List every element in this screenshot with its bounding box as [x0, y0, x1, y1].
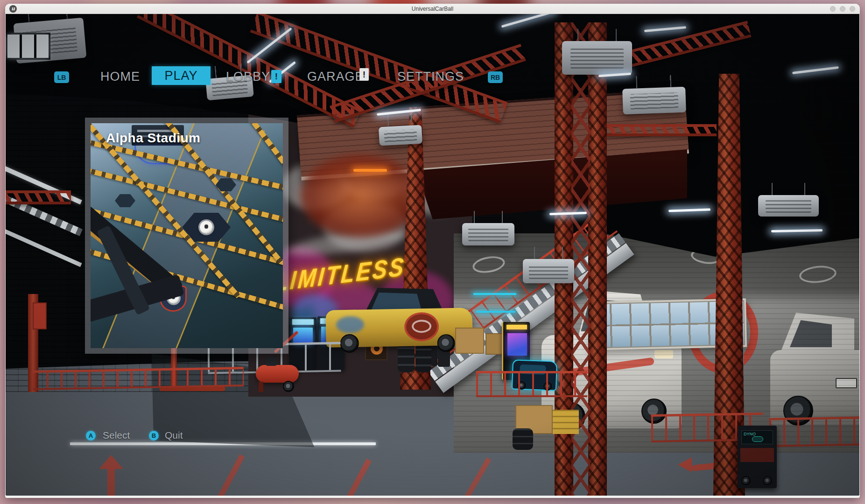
- prompt-quit-label[interactable]: Quit: [165, 430, 183, 441]
- tab-garage[interactable]: GARAGE: [307, 70, 364, 84]
- desktop-background: u UniversalCarBall: [0, 0, 865, 504]
- prompt-select-label[interactable]: Select: [103, 430, 130, 441]
- left-wall-truss: [6, 190, 71, 204]
- dyno-screen-dial: [752, 436, 763, 442]
- hvac-unit: [379, 125, 422, 146]
- neon-shelf-light: [476, 311, 515, 313]
- compressor: [252, 352, 303, 397]
- cardboard-box: [455, 328, 484, 354]
- yellow-car: [325, 283, 474, 363]
- left-red-cabinet: [33, 302, 47, 329]
- map-preview-image: Alpha Stadium: [91, 123, 283, 348]
- grid-light: [6, 33, 50, 60]
- left-white-stairs: [6, 168, 80, 275]
- left-lift-post: [71, 289, 78, 345]
- floor-arrow-up: [99, 455, 123, 496]
- red-barrier: [769, 416, 859, 447]
- under-balcony-light: [353, 169, 387, 172]
- red-barrier: [476, 371, 587, 397]
- lobby-notification-badge: !: [271, 70, 281, 83]
- window-titlebar[interactable]: u UniversalCarBall: [5, 4, 860, 14]
- window-control-1[interactable]: [830, 6, 836, 12]
- dyno-cart: DYNO: [738, 426, 777, 488]
- shoulder-button-rb[interactable]: RB: [488, 71, 503, 83]
- map-preview-panel[interactable]: Alpha Stadium: [85, 118, 288, 354]
- shoulder-button-lb[interactable]: LB: [54, 71, 69, 83]
- hvac-unit: [622, 87, 686, 115]
- gamepad-a-button-icon[interactable]: A: [86, 431, 96, 441]
- hvac-unit: [462, 223, 514, 245]
- window-control-3[interactable]: [850, 6, 855, 12]
- hvac-unit: [523, 259, 574, 283]
- crate-yellow: [553, 410, 579, 434]
- dyno-screen-label: DYNO: [744, 432, 756, 436]
- gamepad-b-button-icon[interactable]: B: [149, 431, 159, 441]
- map-title: Alpha Stadium: [106, 131, 201, 146]
- tab-play[interactable]: PLAY: [152, 66, 211, 85]
- red-railing: [33, 367, 244, 390]
- window-control-2[interactable]: [840, 6, 845, 12]
- tab-play-label: PLAY: [164, 69, 197, 83]
- game-viewport: LIMITLESS: [6, 14, 859, 496]
- tab-home[interactable]: HOME: [100, 70, 140, 84]
- mezzanine-warm-glow: [300, 154, 421, 238]
- tab-lobby[interactable]: LOBBY: [226, 70, 270, 84]
- tab-settings[interactable]: SETTINGS: [397, 70, 464, 84]
- map-small-badge: [115, 194, 135, 207]
- tire-stack: [513, 428, 533, 450]
- neon-shelf-light: [473, 293, 516, 295]
- app-window: u UniversalCarBall: [5, 4, 860, 498]
- hvac-unit: [562, 41, 632, 75]
- garage-notification-badge: !: [359, 68, 369, 81]
- hvac-unit: [758, 195, 819, 217]
- window-title: UniversalCarBall: [5, 6, 860, 12]
- roof-truss: [605, 124, 717, 136]
